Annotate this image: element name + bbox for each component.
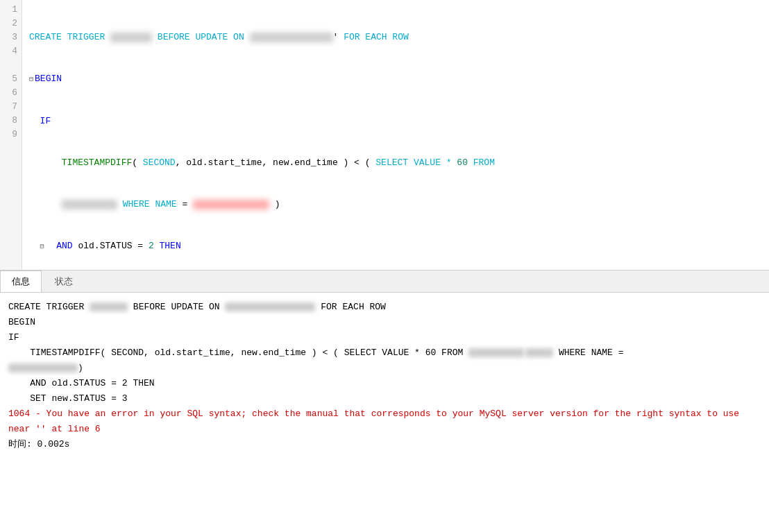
where-name-text: WHERE NAME = xyxy=(553,347,623,358)
close-paren-text: ) xyxy=(78,363,83,373)
code-line-5: ⊟ AND old.STATUS = 2 THEN xyxy=(29,239,762,254)
code-line-4: TIMESTAMPDIFF( SECOND, old.start_time, n… xyxy=(29,156,762,170)
code-editor: 1 2 3 4 5 6 7 8 9 CREATE TRIGGER BEFORE … xyxy=(0,0,769,271)
timestampdiff-text: TIMESTAMPDIFF( SECOND, old.start_time, n… xyxy=(8,347,468,358)
code-line-2: ⊟BEGIN xyxy=(29,72,762,87)
output-line-6: SET new.STATUS = 3 xyxy=(8,391,761,406)
output-area: CREATE TRIGGER BEFORE UPDATE ON FOR EACH… xyxy=(0,293,769,532)
tab-bar: 信息 状态 xyxy=(0,271,769,293)
output-error: 1064 - You have an error in your SQL syn… xyxy=(8,406,761,437)
output-line-3: IF xyxy=(8,330,761,345)
for-each-row-text: FOR EACH ROW xyxy=(315,302,385,312)
code-line-4b: WHERE NAME = ) xyxy=(29,198,762,212)
output-time: 时间: 0.002s xyxy=(8,437,761,452)
bottom-panel: 信息 状态 CREATE TRIGGER BEFORE UPDATE ON FO… xyxy=(0,271,769,532)
output-line-4: TIMESTAMPDIFF( SECOND, old.start_time, n… xyxy=(8,345,761,361)
tab-info[interactable]: 信息 xyxy=(0,271,42,292)
code-content[interactable]: CREATE TRIGGER BEFORE UPDATE ON ' FOR EA… xyxy=(22,0,769,270)
output-line-5: AND old.STATUS = 2 THEN xyxy=(8,376,761,391)
output-line-2: BEGIN xyxy=(8,315,761,330)
output-line-4b: ) xyxy=(8,361,761,376)
tab-status[interactable]: 状态 xyxy=(43,271,85,292)
code-line-1: CREATE TRIGGER BEFORE UPDATE ON ' FOR EA… xyxy=(29,31,762,44)
output-line-1: CREATE TRIGGER BEFORE UPDATE ON FOR EACH… xyxy=(8,300,761,315)
line-numbers: 1 2 3 4 5 6 7 8 9 xyxy=(0,0,22,270)
code-line-3: IF xyxy=(29,114,762,128)
create-trigger-text: CREATE TRIGGER xyxy=(8,302,90,312)
before-update-text: BEFORE UPDATE ON xyxy=(128,302,225,312)
